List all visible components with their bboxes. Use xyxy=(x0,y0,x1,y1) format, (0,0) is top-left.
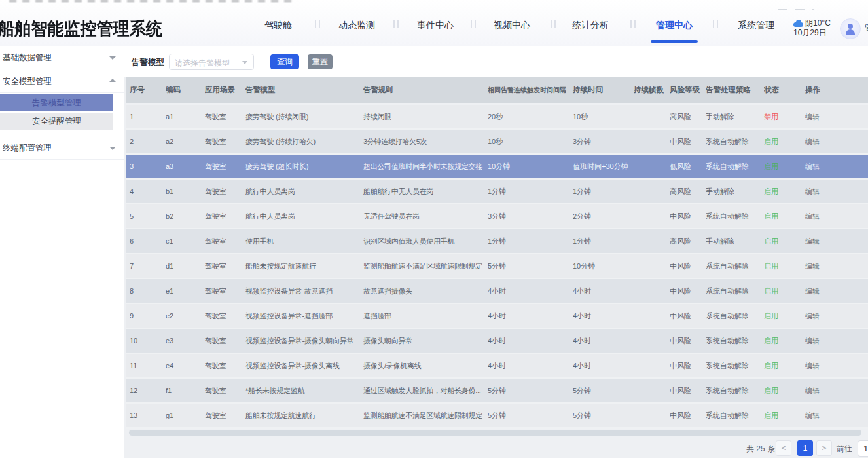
nav-item-3[interactable]: 事件中心 xyxy=(417,20,454,31)
table-row-7[interactable]: 7d1驾驶室船舶未按规定航速航行监测船舶航速不满足区域航速限制规定5分钟10分钟… xyxy=(126,254,868,279)
alert-model-select[interactable]: 请选择告警模型 xyxy=(169,54,254,70)
cell-no: 8 xyxy=(126,279,166,303)
column-header-scene: 应用场景 xyxy=(205,77,245,103)
edit-link[interactable]: 编辑 xyxy=(805,180,868,203)
pagination-total: 共 25 条 xyxy=(746,444,775,455)
cell-frames xyxy=(634,354,670,377)
column-header-model: 告警模型 xyxy=(245,77,363,103)
nav-item-2[interactable]: 动态监测 xyxy=(338,20,375,31)
edit-link[interactable]: 编辑 xyxy=(805,304,868,328)
nav-item-7[interactable]: 系统管理 xyxy=(738,20,774,31)
filter-label: 告警模型 xyxy=(132,57,164,68)
cell-no: 12 xyxy=(126,379,166,402)
user-avatar[interactable] xyxy=(840,18,861,39)
nav-item-6[interactable]: 管理中心 xyxy=(656,20,693,31)
cell-rule: 持续闭眼 xyxy=(363,105,488,128)
cell-interval: 1分钟 xyxy=(488,180,573,203)
table-row-10[interactable]: 10e3驾驶室视频监控设备异常-摄像头朝向异常摄像头朝向异常4小时4小时中风险系… xyxy=(126,329,868,354)
sidebar-group-2[interactable]: 安全模型管理 xyxy=(0,69,124,93)
cell-no: 2 xyxy=(126,130,166,153)
column-header-strategy: 告警处理策略 xyxy=(706,77,764,103)
cell-frames xyxy=(634,229,670,253)
cell-duration: 4小时 xyxy=(573,304,634,328)
cell-scene: 驾驶室 xyxy=(205,279,245,303)
table-row-1[interactable]: 1a1驾驶室疲劳驾驶 (持续闭眼)持续闭眼20秒10秒高风险手动解除禁用编辑 xyxy=(126,105,868,130)
sidebar-group-1[interactable]: 基础数据管理 xyxy=(0,46,124,69)
cell-code: a3 xyxy=(166,155,205,178)
cell-risk: 中风险 xyxy=(670,304,706,328)
reset-button[interactable]: 重置 xyxy=(308,54,333,69)
cell-model: 疲劳驾驶 (持续打哈欠) xyxy=(245,130,363,153)
app-header: 船舶智能监控管理系统 驾驶舱动态监测事件中心视频中心统计分析管理中心系统管理 阴… xyxy=(0,0,868,46)
edit-link[interactable]: 编辑 xyxy=(805,404,868,427)
page-number-1[interactable]: 1 xyxy=(797,440,813,456)
cell-rule: 摄像头/录像机离线 xyxy=(363,354,488,377)
table-row-12[interactable]: 12f1驾驶室*船长未按规定监航通过区域触发人脸抓拍，对船长身份...5分钟5分… xyxy=(126,379,868,404)
edit-link[interactable]: 编辑 xyxy=(805,329,868,353)
cell-scene: 驾驶室 xyxy=(205,329,245,353)
column-header-rule: 告警规则 xyxy=(363,77,488,103)
edit-link[interactable]: 编辑 xyxy=(805,130,868,153)
edit-link[interactable]: 编辑 xyxy=(805,229,868,253)
table-row-3[interactable]: 3a3驾驶室疲劳驾驶 (超长时长)超出公司值班时间半小时未按规定交接10分钟值班… xyxy=(126,155,868,180)
edit-link[interactable]: 编辑 xyxy=(805,354,868,377)
table-row-8[interactable]: 8e1驾驶室视频监控设备异常-故意遮挡故意遮挡摄像头4小时4小时中风险系统自动解… xyxy=(126,279,868,304)
cell-frames xyxy=(634,105,670,128)
horizontal-scrollbar[interactable] xyxy=(129,430,861,436)
nav-divider xyxy=(629,20,637,28)
cell-frames xyxy=(634,130,670,153)
table-header-row: 序号编码应用场景告警模型告警规则相同告警连续触发时间间隔持续时间持续帧数风险等级… xyxy=(126,77,868,105)
sidebar-group-3[interactable]: 终端配置管理 xyxy=(0,136,124,160)
cell-no: 1 xyxy=(126,105,166,128)
top-artifact-right xyxy=(778,9,814,10)
sidebar-item-2[interactable]: 安全提醒管理 xyxy=(0,113,113,130)
nav-item-1[interactable]: 驾驶舱 xyxy=(264,20,292,31)
table-row-11[interactable]: 11e4驾驶室视频监控设备异常-摄像头离线摄像头/录像机离线4小时4小时中风险系… xyxy=(126,354,868,379)
edit-link[interactable]: 编辑 xyxy=(805,155,868,178)
cell-model: 航行中人员离岗 xyxy=(245,180,363,203)
cell-code: b1 xyxy=(166,180,205,203)
edit-link[interactable]: 编辑 xyxy=(805,379,868,402)
nav-item-5[interactable]: 统计分析 xyxy=(572,20,609,31)
goto-page-input[interactable]: 1 xyxy=(858,440,868,457)
prev-page-button[interactable]: < xyxy=(776,440,791,456)
weather-widget: 阴10°C 10月29日 xyxy=(793,18,839,38)
sidebar-group-label: 基础数据管理 xyxy=(3,53,52,62)
column-header-status: 状态 xyxy=(764,77,805,103)
cell-interval: 5分钟 xyxy=(488,379,573,402)
table-row-2[interactable]: 2a2驾驶室疲劳驾驶 (持续打哈欠)3分钟连续打哈欠5次10秒3分钟中风险系统自… xyxy=(126,130,868,155)
next-page-button[interactable]: > xyxy=(816,440,832,456)
edit-link[interactable]: 编辑 xyxy=(805,105,868,128)
cell-rule: 船舶航行中无人员在岗 xyxy=(363,180,488,203)
table-row-9[interactable]: 9e2驾驶室视频监控设备异常-遮挡脸部遮挡脸部4小时4小时中风险系统自动解除启用… xyxy=(126,304,868,329)
table-row-6[interactable]: 6c1驾驶室使用手机识别区域内值班人员使用手机1分钟1分钟高风险手动解除启用编辑 xyxy=(126,229,868,254)
cell-duration: 4小时 xyxy=(573,329,634,353)
cell-scene: 驾驶室 xyxy=(205,105,245,128)
search-button[interactable]: 查询 xyxy=(270,54,299,69)
cell-scene: 驾驶室 xyxy=(205,229,245,253)
chevron-down-icon xyxy=(109,147,116,150)
cell-no: 6 xyxy=(126,229,166,253)
cell-duration: 2分钟 xyxy=(573,204,634,228)
cell-risk: 高风险 xyxy=(670,229,706,253)
cell-no: 5 xyxy=(126,204,166,228)
cell-status: 禁用 xyxy=(764,105,805,128)
top-artifact xyxy=(9,0,292,2)
nav-item-4[interactable]: 视频中心 xyxy=(494,20,530,31)
cell-scene: 驾驶室 xyxy=(205,404,245,427)
table-row-5[interactable]: 5b2驾驶室航行中人员离岗无适任驾驶员在岗3分钟2分钟中风险系统自动解除启用编辑 xyxy=(126,204,868,229)
cell-status: 启用 xyxy=(764,254,805,278)
cell-frames xyxy=(634,204,670,228)
sidebar-item-1[interactable]: 告警模型管理 xyxy=(0,94,113,111)
cell-strategy: 系统自动解除 xyxy=(706,204,764,228)
table-row-13[interactable]: 13g1驾驶室船舶未按规定航速航行监测船舶航速不满足区域航速限制规定5分钟5分钟… xyxy=(126,404,868,429)
table-row-4[interactable]: 4b1驾驶室航行中人员离岗船舶航行中无人员在岗1分钟1分钟高风险手动解除启用编辑 xyxy=(126,180,868,204)
cell-duration: 1分钟 xyxy=(573,180,634,203)
cell-interval: 10秒 xyxy=(488,130,573,153)
nav-divider xyxy=(392,20,400,28)
edit-link[interactable]: 编辑 xyxy=(805,279,868,303)
edit-link[interactable]: 编辑 xyxy=(805,204,868,228)
edit-link[interactable]: 编辑 xyxy=(805,254,868,278)
cell-strategy: 系统自动解除 xyxy=(706,329,764,353)
cell-scene: 驾驶室 xyxy=(205,155,245,178)
